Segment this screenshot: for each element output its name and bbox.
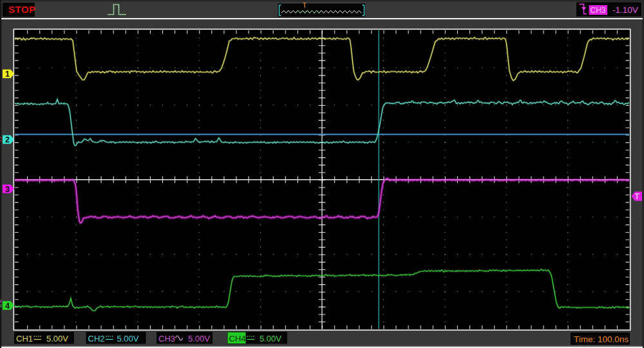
svg-text:1: 1 bbox=[5, 70, 10, 79]
svg-text:STOP: STOP bbox=[8, 4, 36, 15]
svg-text:T: T bbox=[635, 192, 640, 201]
svg-text:4: 4 bbox=[5, 302, 10, 311]
svg-text:5.00V: 5.00V bbox=[46, 334, 68, 343]
svg-text:5.00V: 5.00V bbox=[117, 334, 139, 343]
svg-text:CH3: CH3 bbox=[591, 6, 606, 15]
svg-text:CH2: CH2 bbox=[88, 334, 105, 343]
svg-text:5.00V: 5.00V bbox=[188, 334, 210, 343]
svg-text:3: 3 bbox=[5, 185, 10, 194]
svg-text:CH4: CH4 bbox=[229, 334, 246, 343]
svg-text:5.00V: 5.00V bbox=[260, 334, 281, 343]
svg-text:CH1: CH1 bbox=[16, 334, 33, 343]
svg-text:Time: 100.0ns: Time: 100.0ns bbox=[574, 334, 629, 344]
svg-text:2: 2 bbox=[5, 135, 10, 144]
svg-text:CH3: CH3 bbox=[158, 334, 175, 343]
svg-text:-1.10V: -1.10V bbox=[612, 5, 638, 15]
